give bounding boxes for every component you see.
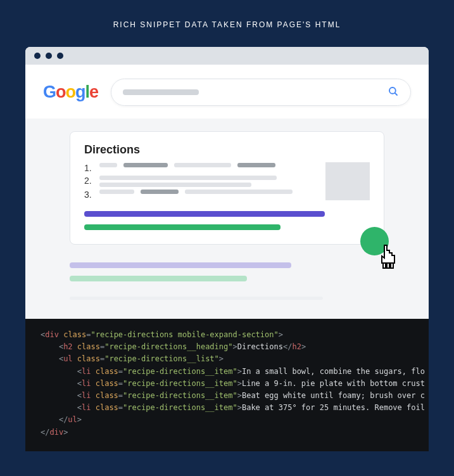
traffic-light-zoom-icon (57, 53, 63, 59)
window-titlebar (25, 47, 429, 65)
list-number: 2. (84, 176, 96, 186)
serp-body: Directions 1. 2. (25, 119, 429, 319)
secondary-results (70, 262, 384, 300)
rich-snippet-card: Directions 1. 2. (70, 131, 384, 245)
result-title-skeleton (84, 211, 325, 217)
code-panel: <div class="recipe-directions mobile-exp… (25, 319, 429, 451)
svg-rect-3 (387, 263, 389, 268)
result-url-skeleton (70, 276, 247, 281)
search-input[interactable] (111, 79, 411, 106)
snippet-thumbnail (325, 162, 370, 200)
page-heading: RICH SNIPPET DATA TAKEN FROM PAGE'S HTML (0, 0, 454, 47)
traffic-light-minimize-icon (46, 53, 52, 59)
google-logo: Google (43, 82, 98, 102)
svg-line-1 (395, 93, 397, 94)
result-desc-skeleton (70, 297, 323, 300)
traffic-light-close-icon (34, 53, 41, 59)
svg-rect-2 (383, 263, 386, 268)
list-number: 3. (84, 190, 96, 200)
search-placeholder-skeleton (123, 89, 199, 95)
result-link-lines (84, 211, 370, 230)
browser-window: Google Directions 1. (25, 47, 429, 319)
browser-header: Google (25, 65, 429, 119)
cursor-icon (376, 244, 401, 276)
result-url-skeleton (84, 224, 281, 230)
snippet-title: Directions (84, 143, 370, 157)
search-icon[interactable] (388, 86, 399, 100)
list-number: 1. (84, 163, 96, 173)
result-title-skeleton (70, 262, 291, 268)
svg-rect-4 (391, 263, 393, 268)
